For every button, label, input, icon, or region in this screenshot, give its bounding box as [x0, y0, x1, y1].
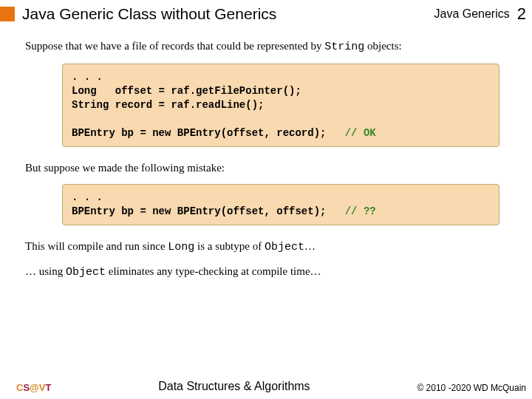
line3-c: …	[304, 240, 316, 252]
footer-brand: CS@VT	[16, 382, 51, 393]
slide-footer: CS@VT Data Structures & Algorithms © 201…	[0, 380, 532, 393]
line4-b: eliminates any type-checking at compile …	[106, 265, 321, 277]
brand-t: T	[45, 382, 51, 393]
line3-a: This will compile and run since	[25, 240, 168, 252]
page-number: 2	[517, 4, 526, 24]
code1-body: . . . Long offset = raf.getFilePointer()…	[72, 71, 345, 139]
line3-mono2: Object	[265, 241, 304, 253]
footer-copyright: © 2010 -2020 WD McQuain	[417, 383, 526, 393]
slide-header: Java Generic Class without Generics Java…	[0, 0, 532, 28]
slide-content: Suppose that we have a file of records t…	[0, 28, 532, 280]
code2-body: . . . BPEntry bp = new BPEntry(offset, o…	[72, 191, 345, 217]
code2-comment: // ??	[345, 205, 376, 217]
line4-mono: Object	[66, 266, 106, 279]
intro-mono: String	[324, 41, 364, 53]
brand-c: C	[16, 382, 23, 393]
code-block-2: . . . BPEntry bp = new BPEntry(offset, o…	[62, 184, 499, 225]
line4-text: … using Object eliminates any type-check…	[25, 264, 514, 280]
mid-text: But suppose we made the following mistak…	[25, 160, 514, 175]
slide-title: Java Generic Class without Generics	[22, 5, 434, 23]
topic-label: Java Generics	[434, 7, 509, 21]
line3-b: is a subtype of	[194, 240, 265, 252]
brand-at: @	[30, 382, 39, 393]
line4-a: … using	[25, 265, 66, 277]
intro-text: Suppose that we have a file of records t…	[25, 38, 514, 55]
line3-mono1: Long	[168, 241, 194, 253]
brand-s: S	[23, 382, 30, 393]
code-block-1: . . . Long offset = raf.getFilePointer()…	[62, 64, 499, 146]
code1-comment: // OK	[345, 127, 376, 139]
line3-text: This will compile and run since Long is …	[25, 239, 514, 255]
accent-block	[0, 7, 15, 21]
footer-center: Data Structures & Algorithms	[51, 380, 417, 393]
intro-part-b: objects:	[364, 40, 401, 52]
intro-part-a: Suppose that we have a file of records t…	[25, 40, 324, 52]
